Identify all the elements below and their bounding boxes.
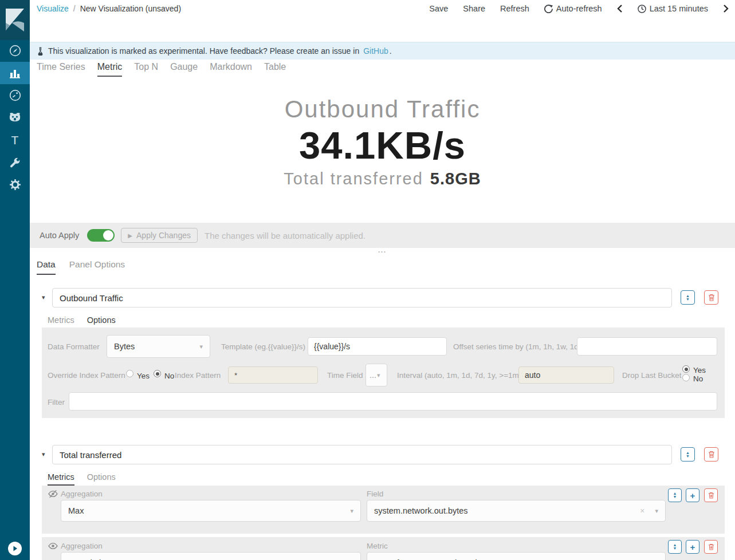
metric-sort-button[interactable]: ▲▼ (668, 488, 682, 502)
time-range-label: Last 15 minutes (650, 4, 708, 13)
series1-delete-button[interactable] (704, 290, 718, 305)
trash-icon (708, 451, 715, 458)
letter-t-icon: T (11, 133, 19, 147)
auto-refresh-button[interactable]: Auto-refresh (544, 4, 602, 13)
data-formatter-select[interactable]: Bytes ▾ (107, 335, 210, 358)
series1-options-panel: Data Formatter Bytes ▾ Template (eg.{{va… (42, 328, 725, 418)
save-button[interactable]: Save (429, 4, 448, 13)
metric-add-button[interactable]: + (686, 488, 699, 502)
metric-delete-button[interactable] (704, 488, 718, 502)
drop-yes-label[interactable]: Yes (693, 366, 706, 374)
sidebar-item-monitoring[interactable] (0, 107, 30, 129)
series2-sub-tabs: Metrics Options (48, 472, 116, 486)
auto-apply-toggle[interactable] (87, 229, 115, 242)
plus-icon: + (690, 491, 695, 500)
series2-sort-button[interactable]: ▲▼ (681, 447, 695, 462)
tab-top-n[interactable]: Top N (134, 62, 158, 77)
sidebar-collapse-button[interactable] (8, 542, 22, 555)
eye-slash-icon[interactable] (48, 489, 58, 501)
sidebar-item-discover[interactable] (0, 40, 30, 62)
time-back-button[interactable] (617, 5, 623, 13)
tab-data[interactable]: Data (37, 259, 56, 275)
drop-no-radio[interactable] (682, 374, 690, 381)
metric-add-button[interactable]: + (686, 540, 699, 554)
index-pattern-input[interactable] (228, 366, 318, 384)
series2-collapse-caret[interactable]: ▾ (42, 451, 45, 458)
field-label: Field (367, 490, 383, 498)
bar-chart-icon (9, 68, 21, 79)
sidebar-item-management[interactable] (0, 173, 30, 196)
time-picker-button[interactable]: Last 15 minutes (638, 4, 708, 13)
offset-label: Offset series time by (1m, 1h, 1w, 1d) (453, 342, 581, 351)
filter-input[interactable] (69, 392, 717, 411)
override-yes-label[interactable]: Yes (137, 372, 150, 380)
gauge-clock-icon (9, 89, 21, 101)
metric-primary-value: 34.1KB/s (30, 123, 735, 167)
toggle-knob (103, 230, 113, 240)
sidebar: T (0, 0, 30, 560)
tab-panel-options[interactable]: Panel Options (69, 259, 125, 275)
panel-drag-handle[interactable]: ••• (30, 249, 735, 254)
drop-yes-radio[interactable] (682, 365, 690, 373)
github-link[interactable]: GitHub (363, 46, 388, 56)
metric-delete-button[interactable] (704, 540, 718, 554)
series2-label-input[interactable] (52, 445, 672, 464)
time-forward-button[interactable] (723, 5, 729, 13)
metric-sort-button[interactable]: ▲▼ (668, 540, 682, 554)
play-icon (12, 546, 18, 551)
metric-row: Aggregation Cumulative Sum ▾ Metric Max … (42, 537, 725, 560)
sidebar-item-visualize[interactable] (0, 62, 30, 84)
series2-tab-options[interactable]: Options (87, 472, 116, 486)
sort-arrows-icon: ▲▼ (686, 451, 690, 458)
sidebar-item-dashboard[interactable] (0, 84, 30, 107)
aggregation-select[interactable]: Cumulative Sum ▾ (61, 552, 361, 560)
override-no-radio[interactable] (154, 370, 161, 377)
clear-field-icon[interactable]: × (640, 506, 644, 515)
kibana-logo[interactable] (0, 0, 30, 40)
series1-tab-metrics[interactable]: Metrics (48, 316, 74, 329)
aggregation-select[interactable]: Max ▾ (61, 500, 361, 522)
sort-arrows-icon: ▲▼ (673, 543, 677, 550)
sidebar-nav: T (0, 40, 30, 196)
series2-tab-metrics[interactable]: Metrics (48, 472, 74, 486)
template-input[interactable] (308, 337, 447, 356)
banner-message: This visualization is marked as experime… (48, 46, 359, 56)
chevron-left-icon (617, 5, 623, 13)
metric-combo[interactable]: Max of system network out bytes × ▾ (367, 552, 666, 560)
chevron-down-icon: ▾ (199, 343, 203, 350)
tab-metric[interactable]: Metric (97, 62, 123, 77)
drop-no-label[interactable]: No (693, 374, 703, 383)
sidebar-item-timelion[interactable]: T (0, 129, 30, 151)
auto-apply-hint: The changes will be automatically applie… (205, 231, 365, 240)
offset-input[interactable] (577, 337, 717, 356)
chevron-down-icon: ▾ (350, 507, 353, 515)
wrench-icon (9, 157, 21, 168)
editor-tabs: Data Panel Options (37, 259, 125, 275)
override-no-label[interactable]: No (164, 372, 174, 380)
data-formatter-value: Bytes (114, 342, 135, 351)
experimental-banner: This visualization is marked as experime… (30, 42, 735, 60)
interval-input[interactable] (518, 366, 614, 384)
override-yes-radio[interactable] (126, 370, 133, 377)
field-combo[interactable]: system.network.out.bytes × ▾ (367, 500, 666, 522)
top-bar: Visualize / New Visualization (unsaved) … (30, 0, 735, 42)
share-button[interactable]: Share (463, 4, 485, 13)
tab-table[interactable]: Table (264, 62, 286, 77)
tab-time-series[interactable]: Time Series (37, 62, 85, 77)
metric-label: Metric (367, 542, 388, 550)
tab-gauge[interactable]: Gauge (170, 62, 198, 77)
series1-tab-options[interactable]: Options (87, 316, 116, 329)
time-field-select[interactable]: ... ▾ (365, 364, 387, 387)
tab-markdown[interactable]: Markdown (210, 62, 252, 77)
apply-changes-button[interactable]: ▶ Apply Changes (121, 228, 198, 243)
breadcrumb-visualize-link[interactable]: Visualize (37, 4, 69, 13)
series2-delete-button[interactable] (704, 447, 718, 462)
sidebar-item-dev-tools[interactable] (0, 151, 30, 173)
refresh-button[interactable]: Refresh (500, 4, 529, 13)
override-index-pattern-label: Override Index Pattern (48, 371, 125, 380)
eye-icon[interactable] (48, 541, 58, 553)
series1-sort-button[interactable]: ▲▼ (681, 290, 695, 305)
series1-collapse-caret[interactable]: ▾ (42, 294, 45, 301)
auto-refresh-label: Auto-refresh (556, 4, 602, 13)
series1-label-input[interactable] (52, 288, 672, 307)
